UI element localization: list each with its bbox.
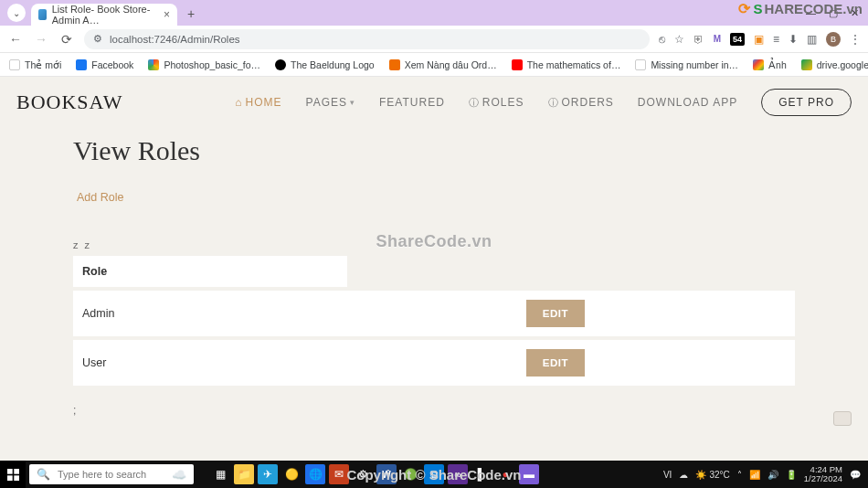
info-icon: ⓘ: [548, 96, 559, 110]
role-name: User: [82, 356, 106, 369]
window-controls: — ▢ ✕: [806, 0, 868, 26]
browser-urlbar: ← → ⟳ ⚙ localhost:7246/Admin/Roles ⎋ ☆ ⛨…: [0, 26, 868, 53]
zz-text: z z: [73, 239, 795, 250]
nav-download[interactable]: DOWNLOAD APP: [638, 96, 737, 109]
outlook-icon[interactable]: ✉: [329, 464, 349, 484]
tray-chevron-icon[interactable]: ˄: [737, 470, 742, 480]
svg-rect-2: [7, 475, 13, 481]
ime-lang[interactable]: VI: [663, 470, 672, 480]
stray-semicolon: ;: [73, 404, 795, 417]
taskbar-search[interactable]: 🔍 Type here to search ☁️: [29, 464, 194, 484]
chevron-down-icon: ▾: [350, 98, 355, 107]
tab-title: List Role- Book Store-Admin A…: [52, 4, 158, 26]
browser-titlebar: ⌄ List Role- Book Store-Admin A… × + — ▢…: [0, 0, 868, 26]
page-viewport: BOOKSAW ⌂HOME PAGES ▾ FEATURED ⓘROLES ⓘO…: [0, 77, 868, 461]
forward-button[interactable]: →: [33, 32, 49, 47]
kebab-menu-icon[interactable]: ⋮: [850, 33, 861, 46]
urlbar-actions: ⎋ ☆ ⛨ M 54 ▣ ≡ ⬇ ▥ B ⋮: [659, 32, 861, 47]
url-text: localhost:7246/Admin/Roles: [110, 34, 240, 45]
app-purple-icon[interactable]: ▬: [519, 464, 539, 484]
chrome2-icon[interactable]: 🟢: [400, 464, 420, 484]
svg-rect-1: [14, 469, 19, 474]
tab-search-button[interactable]: ⌄: [7, 4, 26, 22]
new-tab-button[interactable]: +: [181, 4, 201, 24]
svg-rect-3: [14, 475, 19, 481]
table-row: Admin EDIT: [73, 291, 795, 336]
edit-button[interactable]: EDIT: [526, 349, 585, 377]
search-placeholder: Type here to search: [58, 469, 146, 480]
nav-pages[interactable]: PAGES ▾: [306, 96, 355, 109]
shield-icon[interactable]: ⛨: [693, 33, 704, 46]
bookmark-item[interactable]: Facebook: [76, 59, 133, 70]
telegram-icon[interactable]: ✈: [258, 464, 278, 484]
system-tray: VI ☁ ☀️32°C ˄ 📶 🔊 🔋 4:24 PM 1/27/2024 💬: [663, 465, 868, 483]
get-pro-button[interactable]: GET PRO: [761, 89, 852, 116]
chrome-icon[interactable]: 🟡: [281, 464, 302, 484]
role-name: Admin: [82, 307, 114, 320]
clip-ext-icon[interactable]: ▣: [754, 33, 764, 46]
bookmark-item[interactable]: Missing number in…: [635, 59, 738, 70]
page-content: View Roles Add Role z z Role Admin EDIT …: [0, 128, 868, 417]
windows-icon: [7, 469, 19, 481]
bookmark-star-icon[interactable]: ☆: [674, 33, 684, 46]
minimize-icon[interactable]: —: [806, 7, 816, 18]
notifications-icon[interactable]: 💬: [850, 470, 861, 480]
vscode-icon[interactable]: ⧉: [424, 464, 444, 484]
bookmark-item[interactable]: Ảnh: [753, 59, 787, 70]
browser-tab[interactable]: List Role- Book Store-Admin A… ×: [31, 4, 177, 26]
nav-roles[interactable]: ⓘROLES: [469, 96, 524, 110]
site-info-icon[interactable]: ⚙: [93, 33, 102, 45]
reader-icon[interactable]: ≡: [773, 33, 779, 46]
close-window-icon[interactable]: ✕: [851, 7, 859, 19]
wifi-icon[interactable]: 📶: [749, 470, 760, 480]
weather-cloud-icon: ☁️: [172, 468, 186, 482]
weather-temp[interactable]: ☀️32°C: [695, 470, 729, 480]
ext-m-icon[interactable]: M: [714, 34, 721, 44]
start-button[interactable]: [0, 461, 26, 488]
translate-icon[interactable]: ⎋: [659, 33, 665, 46]
visualstudio-icon[interactable]: ∞: [448, 464, 468, 484]
taskbar-clock[interactable]: 4:24 PM 1/27/2024: [804, 465, 842, 483]
bookmark-item[interactable]: The Baeldung Logo: [275, 59, 375, 70]
tab-close-icon[interactable]: ×: [164, 8, 170, 21]
download-icon[interactable]: ⬇: [789, 33, 798, 46]
nav-featured[interactable]: FEATURED: [379, 96, 445, 109]
settings-small-icon[interactable]: ⚙: [353, 464, 373, 484]
battery-icon[interactable]: 🔋: [786, 470, 797, 480]
taskview-icon[interactable]: ▦: [210, 464, 230, 484]
bookmark-item[interactable]: Photoshop_basic_fo…: [148, 59, 260, 70]
bookmark-item[interactable]: drive.google.com: [801, 59, 868, 70]
explorer-icon[interactable]: 📁: [234, 464, 254, 484]
address-bar[interactable]: ⚙ localhost:7246/Admin/Roles: [84, 29, 650, 49]
bookmarks-bar: Thẻ mới Facebook Photoshop_basic_fo… The…: [0, 53, 868, 77]
site-logo[interactable]: BOOKSAW: [16, 90, 122, 114]
table-header-role: Role: [73, 256, 347, 287]
bookmark-item[interactable]: Xem Nàng dâu Ord…: [389, 59, 497, 70]
tab-favicon: [38, 9, 47, 20]
nav-orders[interactable]: ⓘORDERS: [548, 96, 614, 110]
volume-icon[interactable]: 🔊: [767, 470, 778, 480]
chat-widget-icon[interactable]: [833, 411, 852, 426]
svg-rect-0: [7, 469, 13, 474]
edge-icon[interactable]: 🌐: [305, 464, 325, 484]
nav-links: ⌂HOME PAGES ▾ FEATURED ⓘROLES ⓘORDERS DO…: [235, 89, 852, 116]
page-title: View Roles: [73, 135, 795, 166]
roles-table: Role Admin EDIT User EDIT: [73, 256, 795, 386]
bookmark-item[interactable]: Thẻ mới: [9, 59, 61, 70]
word-icon[interactable]: W: [376, 464, 397, 484]
windows-taskbar: 🔍 Type here to search ☁️ ▦ 📁 ✈ 🟡 🌐 ✉ ⚙ W…: [0, 461, 868, 488]
nav-home[interactable]: ⌂HOME: [235, 96, 281, 109]
back-button[interactable]: ←: [7, 32, 24, 47]
ext-badge-54[interactable]: 54: [730, 33, 745, 46]
cloud-tray-icon[interactable]: ☁: [679, 470, 688, 480]
reload-button[interactable]: ⟳: [58, 32, 75, 47]
terminal-icon[interactable]: ▌: [471, 464, 492, 484]
bookmark-item[interactable]: The mathematics of…: [512, 59, 621, 70]
sidepanel-icon[interactable]: ▥: [807, 33, 817, 46]
edit-button[interactable]: EDIT: [526, 300, 585, 327]
maximize-icon[interactable]: ▢: [829, 7, 838, 19]
record-icon[interactable]: ●: [495, 464, 515, 484]
profile-avatar[interactable]: B: [826, 32, 841, 47]
add-role-link[interactable]: Add Role: [73, 191, 123, 204]
home-icon: ⌂: [235, 96, 242, 109]
